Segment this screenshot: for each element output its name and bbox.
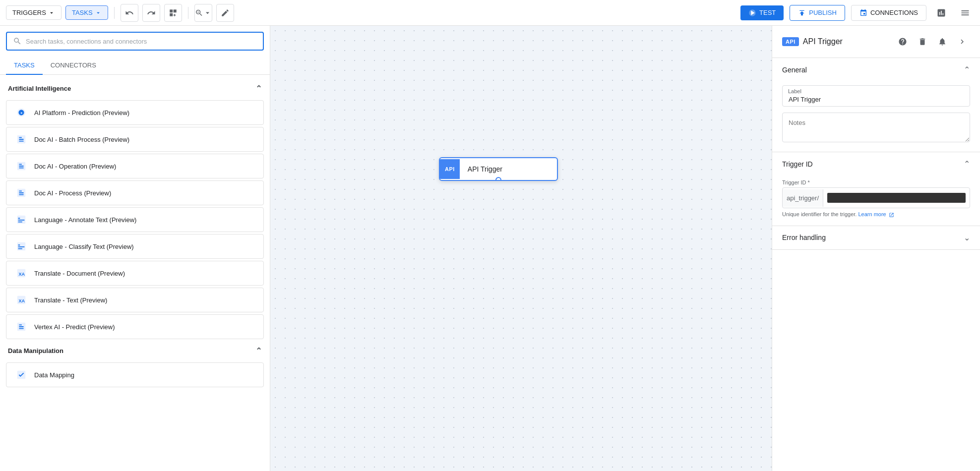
error-handling-section: Error handling ⌄	[772, 226, 980, 250]
error-handling-section-header[interactable]: Error handling ⌄	[772, 226, 980, 249]
section-data-label: Data Manipulation	[8, 347, 63, 354]
chevron-down-icon	[95, 9, 102, 16]
search-bar-wrap	[0, 26, 270, 57]
main-layout: TASKS CONNECTORS Artificial Intelligence…	[0, 26, 980, 471]
general-label: General	[782, 66, 807, 74]
section-header-data[interactable]: Data Manipulation ⌃	[0, 341, 270, 360]
node-api-label: API Trigger	[460, 158, 510, 180]
menu-icon	[960, 8, 970, 18]
task-icon-doc	[14, 132, 28, 146]
task-icon-doc2	[14, 159, 28, 173]
divider	[114, 7, 115, 19]
error-handling-label: Error handling	[782, 234, 826, 241]
redo-icon	[147, 8, 156, 17]
list-item[interactable]: XA Translate - Text (Preview)	[6, 288, 264, 312]
list-item[interactable]: AI Platform - Prediction (Preview)	[6, 100, 264, 125]
publish-label: PUBLISH	[809, 9, 837, 16]
notification-button[interactable]	[934, 34, 950, 50]
trigger-id-prefix: api_trigger/	[783, 189, 823, 207]
label-input[interactable]	[782, 85, 970, 107]
label-field: Label	[782, 85, 970, 107]
list-item[interactable]: Doc AI - Batch Process (Preview)	[6, 127, 264, 152]
list-item[interactable]: XA Translate - Document (Preview)	[6, 261, 264, 286]
trigger-id-row: api_trigger/	[782, 187, 970, 208]
expand-icon	[958, 37, 967, 46]
tab-connectors[interactable]: CONNECTORS	[43, 57, 104, 75]
task-label: Language - Annotate Text (Preview)	[34, 216, 136, 224]
analytics-button[interactable]	[932, 4, 950, 22]
edit-mode-button[interactable]	[216, 4, 234, 22]
divider-2	[188, 7, 188, 19]
delete-button[interactable]	[915, 34, 930, 50]
tab-tasks[interactable]: TASKS	[6, 57, 43, 75]
tasks-dropdown[interactable]: TASKS	[65, 5, 108, 20]
task-label: Data Mapping	[34, 371, 74, 379]
redo-button[interactable]	[142, 4, 160, 22]
help-icon	[898, 37, 907, 46]
task-icon-lang2	[14, 239, 28, 253]
tasks-label: TASKS	[72, 9, 93, 16]
chevron-up-icon-3: ⌃	[964, 65, 970, 74]
notes-field	[782, 113, 970, 144]
chevron-down-icon-2: ⌄	[964, 233, 970, 242]
task-label: Doc AI - Batch Process (Preview)	[34, 136, 129, 143]
expand-button[interactable]	[954, 34, 970, 50]
task-label: Doc AI - Process (Preview)	[34, 189, 111, 197]
test-button[interactable]: TEST	[740, 5, 784, 20]
publish-button[interactable]: PUBLISH	[790, 5, 845, 21]
task-list: Artificial Intelligence ⌃ AI Platform - …	[0, 75, 270, 471]
layout-icon	[169, 8, 178, 17]
section-ai-label: Artificial Intelligence	[8, 85, 71, 92]
external-link-icon	[889, 212, 894, 218]
general-section-content: Label	[772, 81, 980, 152]
triggers-dropdown[interactable]: TRIGGERS	[6, 5, 61, 20]
trigger-id-value[interactable]	[827, 193, 966, 203]
layout-button[interactable]	[164, 4, 182, 22]
task-icon-translate2: XA	[14, 293, 28, 307]
task-icon-data	[14, 368, 28, 382]
publish-icon	[798, 9, 806, 17]
svg-point-1	[17, 109, 26, 117]
zoom-icon	[195, 8, 203, 17]
task-label: Language - Classify Text (Preview)	[34, 243, 134, 250]
notes-textarea[interactable]	[782, 113, 970, 142]
general-section-header[interactable]: General ⌃	[772, 58, 980, 81]
analytics-icon	[936, 8, 946, 18]
trigger-id-section-header[interactable]: Trigger ID ⌃	[772, 152, 980, 176]
learn-more-link[interactable]: Learn more	[858, 211, 894, 217]
svg-text:XA: XA	[19, 298, 25, 303]
list-item[interactable]: Doc AI - Operation (Preview)	[6, 154, 264, 178]
connections-icon	[859, 9, 867, 17]
search-input[interactable]	[26, 38, 257, 45]
svg-text:XA: XA	[19, 272, 25, 277]
connections-button[interactable]: CONNECTIONS	[851, 5, 926, 21]
help-button[interactable]	[895, 34, 911, 50]
trigger-id-content: Trigger ID * api_trigger/ Unique identif…	[772, 176, 980, 226]
topbar: TRIGGERS TASKS TEST	[0, 0, 980, 26]
list-item[interactable]: Data Mapping	[6, 362, 264, 387]
rp-header-icons	[895, 34, 970, 50]
task-label: Translate - Document (Preview)	[34, 270, 125, 277]
connections-label: CONNECTIONS	[870, 9, 918, 16]
search-icon	[13, 37, 22, 46]
task-icon-doc3	[14, 186, 28, 200]
task-icon-translate: XA	[14, 266, 28, 280]
rp-title: API Trigger	[803, 37, 891, 46]
menu-button[interactable]	[956, 4, 974, 22]
trigger-id-label: Trigger ID	[782, 160, 813, 168]
triggers-label: TRIGGERS	[12, 9, 46, 16]
tabs-row: TASKS CONNECTORS	[0, 57, 270, 75]
api-trigger-node[interactable]: API API Trigger	[439, 157, 558, 181]
delete-icon	[918, 37, 927, 46]
zoom-button[interactable]	[194, 4, 212, 22]
chevron-small-icon	[203, 8, 212, 17]
undo-button[interactable]	[121, 4, 138, 22]
left-panel: TASKS CONNECTORS Artificial Intelligence…	[0, 26, 270, 471]
trigger-id-field-label: Trigger ID *	[782, 179, 970, 185]
list-item[interactable]: Doc AI - Process (Preview)	[6, 180, 264, 205]
section-header-ai[interactable]: Artificial Intelligence ⌃	[0, 79, 270, 98]
list-item[interactable]: Language - Annotate Text (Preview)	[6, 207, 264, 232]
trigger-id-hint: Unique identifier for the trigger. Learn…	[782, 211, 970, 218]
list-item[interactable]: Language - Classify Text (Preview)	[6, 234, 264, 259]
list-item[interactable]: Vertex AI - Predict (Preview)	[6, 314, 264, 339]
